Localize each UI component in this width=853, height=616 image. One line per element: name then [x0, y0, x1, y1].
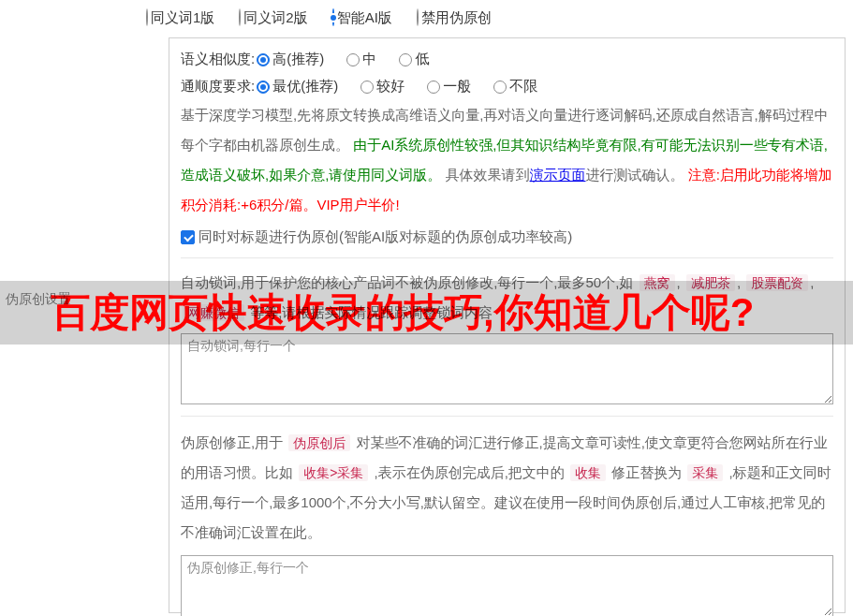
- radio-fluency-good[interactable]: 较好: [360, 78, 404, 95]
- radio-disable-spin[interactable]: 禁用伪原创: [417, 9, 492, 27]
- fluency-row: 通顺度要求: 最优(推荐) 较好 一般 不限: [181, 73, 833, 100]
- fix-word-example: 收集: [570, 464, 606, 481]
- radio-similarity-high[interactable]: 高(推荐): [257, 51, 324, 68]
- checkbox-label: 同时对标题进行伪原创(智能AI版对标题的伪原创成功率较高): [199, 228, 572, 246]
- radio-icon[interactable]: [346, 53, 360, 66]
- radio-fluency-best[interactable]: 最优(推荐): [257, 78, 338, 95]
- radio-icon-selected[interactable]: [257, 53, 270, 66]
- fix-word-example: 伪原创后: [288, 434, 350, 451]
- radio-label: 中: [362, 51, 376, 68]
- radio-icon-selected[interactable]: [332, 8, 334, 26]
- fix-words-textarea[interactable]: [181, 555, 833, 616]
- overlay-banner-text: 百度网页快速收录的技巧,你知道几个呢?: [51, 286, 754, 339]
- radio-label: 同义词1版: [151, 9, 214, 25]
- radio-smart-ai[interactable]: 智能AI版: [332, 9, 392, 27]
- pseudo-original-settings-page: 同义词1版 同义词2版 智能AI版 禁用伪原创 伪原创设置 语义相似度: 高(推…: [0, 0, 853, 616]
- radio-similarity-medium[interactable]: 中: [346, 51, 376, 68]
- section-divider: [181, 257, 833, 258]
- radio-fluency-unlimited[interactable]: 不限: [493, 78, 537, 95]
- radio-icon[interactable]: [146, 8, 148, 26]
- fix-word-example: 采集: [687, 464, 723, 481]
- radio-synonym-v1[interactable]: 同义词1版: [146, 9, 214, 27]
- section-divider: [181, 416, 833, 417]
- radio-label: 较好: [376, 78, 404, 95]
- radio-icon[interactable]: [399, 53, 412, 66]
- ai-mode-description: 基于深度学习模型,先将原文转换成高维语义向量,再对语义向量进行逐词解码,还原成自…: [181, 100, 833, 220]
- radio-icon[interactable]: [239, 8, 241, 26]
- radio-icon[interactable]: [493, 81, 507, 94]
- radio-label: 智能AI版: [337, 9, 392, 25]
- desc-text: ,表示在伪原创完成后,把文中的: [375, 464, 565, 480]
- desc-text: 伪原创修正,用于: [181, 434, 283, 450]
- semantic-similarity-caption: 语义相似度:: [181, 51, 255, 68]
- overlay-banner: 百度网页快速收录的技巧,你知道几个呢?: [0, 281, 853, 345]
- title-spin-checkbox-row[interactable]: 同时对标题进行伪原创(智能AI版对标题的伪原创成功率较高): [181, 226, 833, 248]
- fix-word-example: 收集>采集: [299, 464, 368, 481]
- demo-page-link[interactable]: 演示页面: [530, 167, 586, 183]
- radio-label: 不限: [509, 78, 537, 95]
- radio-label: 同义词2版: [243, 9, 307, 25]
- radio-fluency-normal[interactable]: 一般: [427, 78, 471, 95]
- radio-icon-selected[interactable]: [257, 81, 270, 94]
- desc-text: 具体效果请到: [441, 167, 529, 183]
- radio-icon[interactable]: [417, 8, 419, 26]
- fluency-caption: 通顺度要求:: [181, 78, 255, 95]
- radio-label: 一般: [443, 78, 471, 95]
- fix-words-description: 伪原创修正,用于 伪原创后 对某些不准确的词汇进行修正,提高文章可读性,使文章更…: [181, 428, 833, 548]
- radio-similarity-low[interactable]: 低: [399, 51, 429, 68]
- radio-icon[interactable]: [427, 81, 440, 94]
- desc-text: 修正替换为: [611, 464, 682, 480]
- radio-label: 禁用伪原创: [421, 9, 492, 25]
- semantic-similarity-row: 语义相似度: 高(推荐) 中 低: [181, 46, 833, 73]
- desc-text: 进行测试确认。: [586, 167, 688, 183]
- radio-icon[interactable]: [360, 81, 374, 94]
- spin-version-radio-group: 同义词1版 同义词2版 智能AI版 禁用伪原创: [146, 9, 492, 27]
- radio-label: 低: [415, 51, 429, 68]
- checkbox-checked-icon[interactable]: [181, 230, 195, 244]
- radio-label: 最优(推荐): [272, 78, 338, 95]
- radio-label: 高(推荐): [272, 51, 324, 68]
- radio-synonym-v2[interactable]: 同义词2版: [239, 9, 307, 27]
